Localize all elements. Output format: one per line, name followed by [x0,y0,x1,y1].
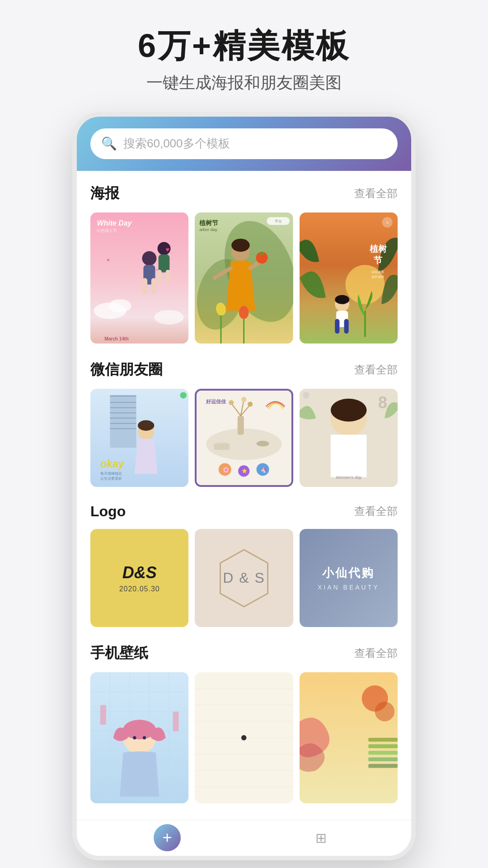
wechat-card-2[interactable]: 好运佳佳 🌸 ⭐ 🦄 [195,389,293,487]
wallpaper-card-3[interactable] [300,672,398,803]
svg-rect-53 [110,412,136,413]
svg-point-119 [241,735,247,741]
logo-card-3[interactable]: 小仙代购 XIAN BEAUTY [300,529,398,627]
logo-1-main: D&S [122,563,157,582]
logo-card-2[interactable]: D & S [195,529,293,627]
svg-rect-50 [110,395,136,396]
bottom-nav: + ⊞ [77,820,411,856]
svg-rect-110 [173,712,179,731]
svg-rect-54 [110,417,136,418]
svg-rect-9 [159,255,170,273]
svg-text:植树: 植树 [369,244,387,254]
section-logo-title: Logo [90,503,126,520]
svg-rect-49 [110,395,136,448]
svg-point-58 [138,420,154,430]
svg-point-89 [303,392,309,398]
poster-card-1[interactable]: ♥ ♥ ♥ White Day 白色情人节 March 14th [90,212,188,344]
svg-rect-39 [335,319,339,334]
section-wallpaper-title: 手机壁纸 [90,643,148,663]
page-headline: 6万+精美模板 [138,27,350,65]
section-poster-header: 海报 查看全部 [90,184,398,203]
svg-text:绿化环境: 绿化环境 [371,270,384,274]
page-header: 6万+精美模板 一键生成海报和朋友圈美图 [138,27,350,94]
grid-icon: ⊞ [315,830,327,846]
svg-point-3 [154,310,183,325]
svg-text:白色情人节: 白色情人节 [97,228,117,233]
page-subheadline: 一键生成海报和朋友圈美图 [138,72,350,94]
wallpaper-card-1[interactable] [90,672,188,803]
wallpaper-grid [90,672,398,803]
logo-3-main: 小仙代购 [322,565,375,581]
search-placeholder-text: 搜索60,000多个模板 [123,136,230,151]
svg-point-108 [143,736,146,739]
svg-rect-127 [368,764,398,768]
svg-text:3: 3 [386,221,389,225]
wechat-card-3[interactable]: 8 Women's day [300,389,398,487]
section-wechat-header: 微信朋友圈 查看全部 [90,360,398,380]
section-poster-link[interactable]: 查看全部 [354,186,398,201]
svg-text:让生活更美好: 让生活更美好 [100,476,122,481]
logo-3-sub: XIAN BEAUTY [318,584,380,591]
poster-card-2[interactable]: 植树节 arbor day 平台 [195,212,293,344]
wechat-grid: okay 每天情绪稳定 让生活更美好 [90,389,398,487]
svg-text:♥: ♥ [107,257,109,262]
logo-card-1[interactable]: D&S 2020.05.30 [90,529,188,627]
svg-rect-11 [166,270,170,285]
svg-text:Women's day: Women's day [336,475,362,480]
phone-top-bar: 🔍 搜索60,000多个模板 [77,117,411,171]
svg-rect-85 [330,434,366,477]
svg-rect-124 [368,745,398,749]
svg-point-22 [231,239,250,252]
grid-button[interactable]: ⊞ [307,824,334,851]
section-logo-link[interactable]: 查看全部 [354,504,398,519]
svg-rect-65 [238,415,244,434]
poster-card-3[interactable]: 植树 节 绿化环境 保护地球 3 [300,212,398,344]
svg-rect-51 [110,402,136,403]
svg-rect-109 [100,705,106,725]
svg-rect-52 [110,407,136,408]
svg-point-4 [142,251,156,265]
svg-rect-55 [110,423,136,424]
phone-content: 海报 查看全部 [77,171,411,803]
section-wechat: 微信朋友圈 查看全部 [90,360,398,487]
svg-text:okay: okay [100,458,125,469]
logo-grid: D&S 2020.05.30 D & S [90,529,398,627]
wallpaper-card-2[interactable] [195,672,293,803]
svg-text:植树节: 植树节 [199,219,219,226]
svg-point-2 [108,299,131,312]
section-wechat-link[interactable]: 查看全部 [354,363,398,377]
svg-text:好运佳佳: 好运佳佳 [206,398,226,404]
section-logo-header: Logo 查看全部 [90,503,398,520]
svg-point-71 [248,401,253,406]
svg-text:节: 节 [374,255,383,265]
logo-1-sub: 2020.05.30 [119,585,160,593]
svg-rect-56 [110,428,136,429]
svg-rect-126 [368,758,398,762]
svg-rect-123 [368,738,398,742]
section-poster: 海报 查看全部 [90,184,398,344]
add-icon: + [162,828,172,847]
section-wallpaper: 手机壁纸 查看全部 [90,643,398,803]
svg-rect-40 [344,319,348,334]
svg-point-59 [180,392,186,398]
svg-rect-125 [368,751,398,755]
section-logo: Logo 查看全部 D&S 2020.05.30 [90,503,398,627]
svg-text:arbor day: arbor day [199,226,217,231]
svg-text:每天情绪稳定: 每天情绪稳定 [100,471,122,475]
svg-point-106 [123,720,155,739]
svg-point-69 [229,400,234,405]
svg-rect-6 [142,278,147,294]
phone-mockup: 🔍 搜索60,000多个模板 海报 查看全部 [72,112,416,860]
svg-point-107 [133,736,136,739]
section-wallpaper-link[interactable]: 查看全部 [354,646,398,660]
svg-point-74 [257,441,269,447]
svg-point-122 [375,702,394,721]
search-bar[interactable]: 🔍 搜索60,000多个模板 [90,128,398,159]
svg-rect-73 [214,443,230,450]
search-icon: 🔍 [101,136,117,151]
svg-text:平台: 平台 [275,219,282,223]
wechat-card-1[interactable]: okay 每天情绪稳定 让生活更美好 [90,389,188,487]
svg-point-86 [330,398,366,421]
svg-point-29 [239,306,249,319]
add-button[interactable]: + [154,824,181,851]
